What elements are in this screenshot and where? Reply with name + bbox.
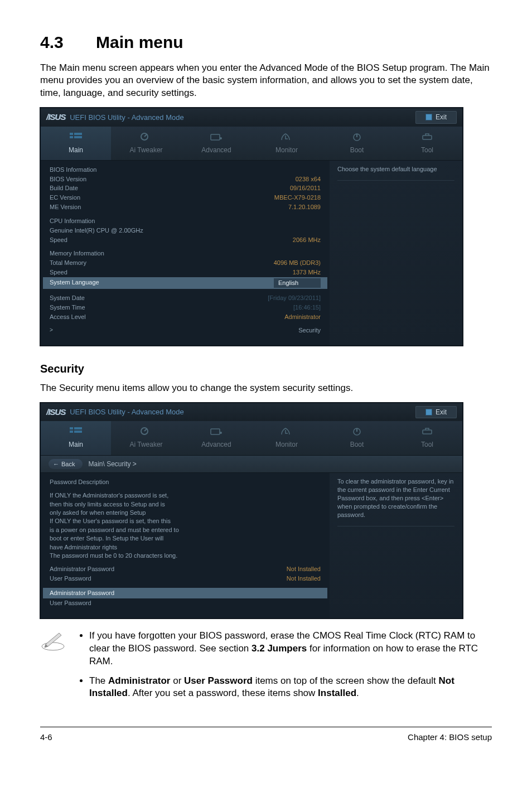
- svg-point-15: [220, 432, 222, 434]
- build-date-label: Build Date: [50, 184, 78, 192]
- note-item-2: The Administrator or User Password items…: [89, 675, 492, 700]
- tab-monitor[interactable]: Monitor: [252, 421, 322, 455]
- cpu-info-heading: CPU Information: [50, 217, 95, 225]
- tweaker-icon: [113, 132, 179, 142]
- bios-main-panel: BIOS Information BIOS Version0238 x64 Bu…: [41, 161, 330, 346]
- back-label: Back: [61, 460, 75, 468]
- exit-label: Exit: [436, 113, 447, 122]
- security-submenu[interactable]: Security: [50, 326, 321, 335]
- bios-tabs: Main Ai Tweaker Advanced Monitor: [41, 421, 462, 455]
- svg-rect-2: [70, 136, 73, 138]
- bios-info-heading: BIOS Information: [50, 166, 96, 174]
- bios-help-text: To clear the administrator password, key…: [337, 478, 453, 518]
- svg-rect-0: [70, 133, 73, 135]
- tab-monitor-label: Monitor: [275, 441, 298, 448]
- svg-rect-14: [211, 429, 220, 434]
- tab-tweaker-label: Ai Tweaker: [129, 146, 162, 154]
- admin-password-status-label: Administrator Password: [50, 565, 114, 573]
- system-language-label: System Language: [50, 278, 99, 288]
- tab-tool[interactable]: Tool: [392, 127, 462, 160]
- security-submenu-label: Security: [298, 326, 321, 335]
- bios-version-value: 0238 x64: [296, 175, 321, 183]
- ec-version-value: MBEC-X79-0218: [274, 194, 321, 202]
- tab-tweaker[interactable]: Ai Tweaker: [111, 127, 181, 160]
- note-item-1: If you have forgotten your BIOS password…: [89, 630, 492, 668]
- page-footer: 4-6 Chapter 4: BIOS setup: [40, 732, 492, 743]
- user-password-item-label: User Password: [50, 599, 91, 607]
- tab-monitor[interactable]: Monitor: [252, 127, 322, 160]
- tool-icon: [394, 132, 460, 142]
- breadcrumb-path: Main\ Security >: [88, 460, 136, 468]
- exit-label: Exit: [436, 408, 447, 417]
- asus-logo: /ISUS: [46, 112, 65, 123]
- admin-password-status-value: Not Installed: [287, 565, 321, 573]
- tab-tweaker[interactable]: Ai Tweaker: [111, 421, 181, 455]
- ec-version-label: EC Version: [50, 194, 80, 202]
- tab-advanced-label: Advanced: [201, 441, 231, 448]
- tab-boot[interactable]: Boot: [322, 127, 392, 160]
- bios-breadcrumb-bar: Back Main\ Security >: [41, 456, 462, 474]
- bios-help-panel: Choose the system default language: [330, 161, 462, 346]
- tab-monitor-label: Monitor: [275, 146, 298, 154]
- svg-rect-11: [70, 431, 73, 433]
- svg-rect-9: [70, 427, 73, 429]
- chapter-label: Chapter 4: BIOS setup: [408, 732, 492, 743]
- tab-boot[interactable]: Boot: [322, 421, 392, 455]
- svg-rect-10: [74, 427, 82, 429]
- bios-security-panel: Password Description If ONLY the Adminis…: [41, 473, 330, 617]
- bios-title: UEFI BIOS Utility - Advanced Mode: [70, 113, 415, 123]
- total-memory-value: 4096 MB (DDR3): [274, 259, 321, 267]
- tab-tool-label: Tool: [421, 146, 433, 154]
- boot-icon: [324, 427, 390, 437]
- exit-button[interactable]: Exit: [415, 111, 457, 123]
- asus-logo: /ISUS: [46, 407, 65, 418]
- svg-rect-12: [74, 431, 82, 433]
- cpu-speed-label: Speed: [50, 236, 67, 244]
- bios-tabs: Main Ai Tweaker Advanced Monitor: [41, 127, 462, 161]
- exit-button[interactable]: Exit: [415, 406, 457, 418]
- user-password-status-value: Not Installed: [287, 574, 321, 583]
- page-number: 4-6: [40, 732, 52, 743]
- tab-boot-label: Boot: [350, 441, 364, 448]
- bios-security-screenshot: /ISUS UEFI BIOS Utility - Advanced Mode …: [40, 403, 463, 619]
- section-title: 4.3Main menu: [40, 31, 492, 54]
- admin-password-item[interactable]: Administrator Password: [43, 588, 327, 598]
- access-level-label: Access Level: [50, 313, 86, 321]
- tab-tool[interactable]: Tool: [392, 421, 462, 455]
- exit-icon: [425, 114, 432, 120]
- intro-paragraph: The Main menu screen appears when you en…: [40, 62, 492, 100]
- system-language-row[interactable]: System LanguageEnglish: [43, 277, 327, 289]
- bios-help-panel: To clear the administrator password, key…: [330, 473, 462, 617]
- section-number: 4.3: [40, 31, 96, 54]
- tab-boot-label: Boot: [350, 146, 364, 154]
- bios-main-screenshot: /ISUS UEFI BIOS Utility - Advanced Mode …: [40, 108, 463, 346]
- svg-point-6: [220, 137, 222, 139]
- main-icon: [43, 427, 109, 437]
- note-block: If you have forgotten your BIOS password…: [40, 630, 492, 707]
- tab-main[interactable]: Main: [41, 421, 111, 455]
- tab-advanced[interactable]: Advanced: [181, 421, 252, 455]
- memory-info-heading: Memory Information: [50, 249, 104, 258]
- pencil-note-icon: [40, 630, 66, 651]
- system-date-label[interactable]: System Date: [50, 294, 85, 302]
- tab-advanced-label: Advanced: [201, 146, 231, 154]
- total-memory-label: Total Memory: [50, 259, 86, 267]
- svg-rect-17: [423, 430, 432, 434]
- tab-main[interactable]: Main: [41, 127, 111, 160]
- footer-rule: [40, 727, 492, 727]
- user-password-item[interactable]: User Password: [50, 598, 321, 608]
- tab-main-label: Main: [69, 146, 83, 154]
- system-time-label[interactable]: System Time: [50, 303, 85, 312]
- svg-rect-5: [211, 134, 220, 140]
- back-button[interactable]: Back: [49, 459, 83, 470]
- main-icon: [43, 132, 109, 142]
- tab-tweaker-label: Ai Tweaker: [129, 441, 162, 448]
- svg-rect-1: [74, 133, 82, 135]
- user-password-status-label: User Password: [50, 574, 91, 583]
- admin-password-item-label: Administrator Password: [50, 589, 114, 597]
- monitor-icon: [254, 132, 320, 142]
- tab-advanced[interactable]: Advanced: [181, 127, 252, 160]
- bios-help-text: Choose the system default language: [337, 166, 437, 172]
- section-name: Main menu: [96, 33, 183, 51]
- bios-titlebar: /ISUS UEFI BIOS Utility - Advanced Mode …: [41, 403, 462, 421]
